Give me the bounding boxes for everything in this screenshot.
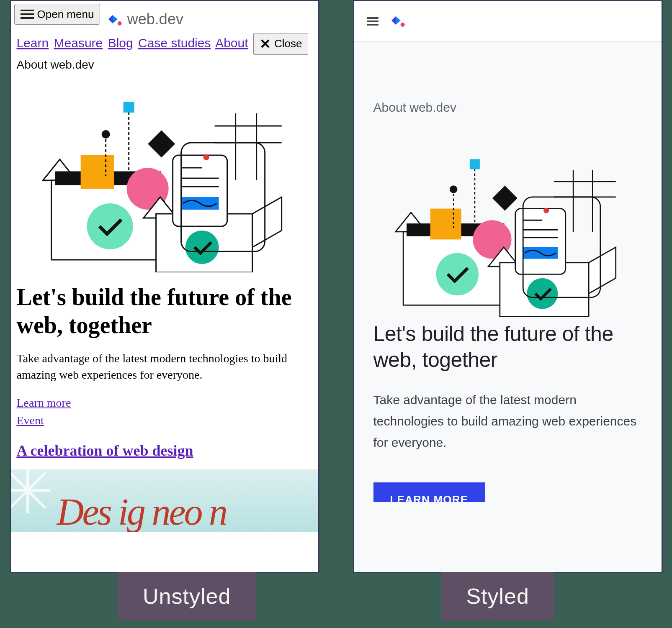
site-logo[interactable]: web.dev	[106, 10, 183, 28]
close-label: Close	[274, 37, 302, 50]
logo-text: web.dev	[127, 10, 183, 28]
webdev-logo-icon	[106, 11, 123, 28]
nav-measure[interactable]: Measure	[54, 36, 103, 50]
svg-rect-14	[123, 102, 134, 113]
svg-point-41	[527, 278, 558, 309]
svg-point-22	[203, 154, 209, 160]
nav-learn[interactable]: Learn	[17, 36, 49, 50]
open-menu-button[interactable]: Open menu	[14, 4, 100, 25]
snowflake-icon	[11, 469, 53, 515]
learn-more-button[interactable]: LEARN MORE	[373, 482, 485, 510]
svg-point-10	[185, 231, 219, 264]
nav-blog[interactable]: Blog	[108, 36, 133, 50]
svg-point-9	[87, 203, 133, 249]
svg-marker-39	[589, 247, 616, 294]
svg-rect-45	[470, 159, 480, 169]
svg-point-12	[101, 130, 110, 138]
svg-point-31	[400, 23, 404, 27]
menu-button[interactable]	[367, 15, 378, 27]
hero-illustration	[373, 131, 642, 317]
svg-rect-15	[148, 130, 175, 157]
page-subhead: Take advantage of the latest modern tech…	[17, 350, 312, 383]
event-link[interactable]: Event	[17, 412, 312, 429]
article-title-link[interactable]: A celebration of web design	[17, 442, 193, 459]
caption-styled: Styled	[441, 572, 554, 620]
site-logo[interactable]	[389, 12, 406, 31]
hamburger-icon	[21, 8, 34, 21]
close-icon: ✕	[260, 36, 271, 52]
learn-more-link[interactable]: Learn more	[17, 394, 312, 412]
svg-point-0	[117, 21, 121, 26]
phone-styled: About web.dev	[353, 0, 663, 573]
page-heading: Let's build the future of the web, toget…	[17, 283, 312, 339]
svg-rect-35	[430, 209, 461, 240]
article-image: Des ig neo n	[11, 469, 318, 532]
eyebrow-text: About web.dev	[373, 100, 642, 115]
svg-marker-8	[252, 197, 281, 247]
site-header	[354, 1, 662, 42]
nav-about[interactable]: About	[215, 36, 248, 50]
caption-unstyled: Unstyled	[118, 572, 256, 620]
phone-unstyled: Open menu web.dev Learn Measure Blog Cas…	[10, 0, 319, 573]
svg-point-53	[543, 208, 549, 213]
nav-case-studies[interactable]: Case studies	[138, 36, 211, 50]
hero-illustration	[11, 72, 318, 272]
svg-rect-46	[492, 186, 518, 211]
open-menu-label: Open menu	[37, 8, 94, 21]
svg-rect-4	[80, 155, 114, 189]
article-image-text: Des ig neo n	[57, 490, 226, 532]
caption-row: Unstyled Styled	[0, 572, 672, 628]
page-subhead: Take advantage of the latest modern tech…	[373, 389, 642, 453]
comparison-row: Open menu web.dev Learn Measure Blog Cas…	[0, 0, 672, 573]
webdev-logo-icon	[389, 12, 406, 29]
eyebrow-text: About web.dev	[11, 56, 318, 72]
page-heading: Let's build the future of the web, toget…	[373, 321, 642, 373]
svg-point-40	[436, 253, 479, 296]
nav-links: Learn Measure Blog Case studies About ✕ …	[11, 31, 318, 56]
close-button[interactable]: ✕ Close	[253, 33, 308, 55]
svg-point-43	[450, 185, 457, 193]
